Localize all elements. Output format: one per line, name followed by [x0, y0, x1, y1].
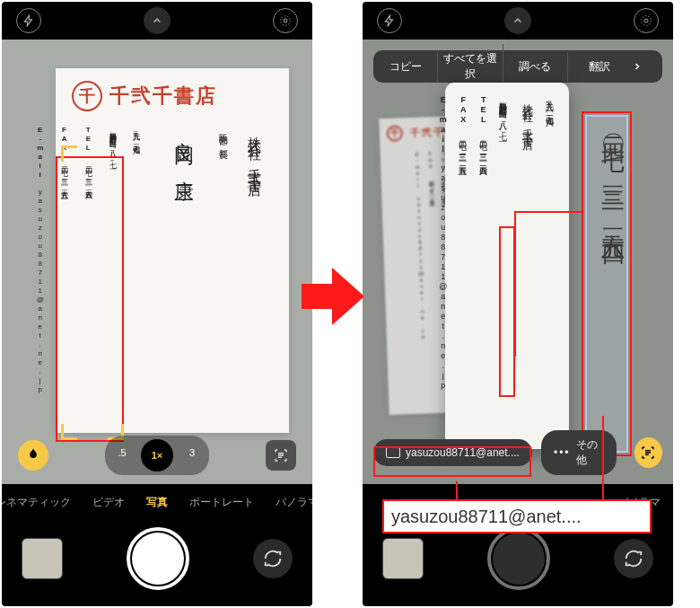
livetext-corner-icon: [61, 145, 77, 162]
more-icon: •••: [554, 446, 571, 459]
mode-photo[interactable]: 写真: [146, 495, 168, 510]
zoom-wide[interactable]: .5: [109, 439, 136, 466]
mode-portrait[interactable]: ポートレート: [189, 495, 254, 510]
live-photo-icon[interactable]: [634, 8, 659, 33]
mode-cinematic[interactable]: シネマティック: [2, 495, 71, 510]
camera-flip-icon[interactable]: [253, 539, 293, 578]
zoom-selector[interactable]: .5 1× 3: [105, 436, 209, 475]
viewfinder[interactable]: 千 千弐千書店 株式会社 千弐千書店 販売部 部長 良岡 康三 〒九六三−三七七…: [2, 40, 312, 484]
last-photo-thumbnail[interactable]: [382, 538, 424, 579]
card-fax: FAX 〇二四七−三三−三六五五: [57, 126, 69, 395]
live-photo-icon[interactable]: [273, 8, 298, 33]
annotation-line: [514, 211, 516, 357]
svg-point-1: [281, 16, 291, 26]
mode-pano[interactable]: パノラマ: [276, 495, 312, 510]
last-photo-thumbnail[interactable]: [22, 538, 63, 579]
expand-controls-icon[interactable]: [504, 7, 531, 34]
card-email: E-mail yasuzou88711@anet.ne.jp: [33, 126, 45, 395]
card-title: 販売部 部長: [214, 126, 231, 395]
popup-postal: 〒九六三−三七七四八: [544, 95, 556, 436]
action-lookup[interactable]: 調べる: [503, 52, 568, 82]
mode-video[interactable]: ビデオ: [92, 495, 125, 510]
action-copy[interactable]: コピー: [373, 52, 438, 82]
email-chip[interactable]: yasuzou88711@anet....: [373, 439, 532, 466]
camera-top-bar: [2, 2, 312, 40]
text-popup: 〒九六三−三七七四八 株式会社 千弐千書店 福島県田村郡三春町山崎 八八−七−一…: [445, 83, 569, 449]
logo-icon: 千: [387, 125, 404, 142]
card-person-name: 良岡 康三: [166, 126, 202, 395]
zoom-tele[interactable]: 3: [179, 439, 206, 466]
annotation-line: [602, 416, 604, 500]
logo-icon: 千: [72, 81, 102, 111]
card-tel: TEL 〇二四七−三三−三六五四: [82, 126, 93, 395]
svg-point-0: [284, 19, 287, 22]
email-chip-text: yasuzou88711@anet....: [406, 446, 520, 459]
selected-phone-big: 〇二四七−三三−三六五四: [585, 115, 628, 453]
camera-flip-icon[interactable]: [614, 539, 653, 578]
flash-icon[interactable]: [16, 8, 41, 33]
annotation-line: [456, 481, 458, 501]
action-more-icon[interactable]: [632, 61, 662, 72]
text-action-menu: コピー すべてを選択 調べる 翻訳: [373, 50, 662, 83]
action-translate[interactable]: 翻訳: [568, 52, 632, 82]
email-overlay: yasuzou88711@anet....: [382, 499, 652, 533]
expand-controls-icon[interactable]: [144, 7, 171, 34]
store-name: 千弐千書店: [109, 83, 217, 110]
popup-address: 福島県田村郡三春町山崎 八八−七−一: [497, 95, 510, 436]
shutter-button[interactable]: [487, 527, 550, 590]
annotation-line: [514, 211, 582, 213]
macro-mode-icon[interactable]: [18, 440, 48, 471]
card-address: 福島県田村郡三春町山崎 八八−七−一: [106, 126, 118, 395]
popup-tel: TEL 〇二四七−三三−三六五四: [477, 95, 489, 436]
popup-fax: FAX 〇二四七−三三−三六五五: [457, 95, 469, 436]
phone-left: 千 千弐千書店 株式会社 千弐千書店 販売部 部長 良岡 康三 〒九六三−三七七…: [2, 2, 312, 606]
live-text-button[interactable]: [634, 437, 662, 468]
shutter-button[interactable]: [127, 527, 189, 590]
camera-top-bar: [363, 2, 673, 40]
camera-modes[interactable]: シネマティック ビデオ 写真 ポートレート パノラマ: [2, 484, 312, 520]
svg-point-3: [642, 16, 652, 26]
business-card: 千 千弐千書店 株式会社 千弐千書店 販売部 部長 良岡 康三 〒九六三−三七七…: [56, 68, 289, 433]
zoom-main[interactable]: 1×: [141, 439, 173, 471]
card-postal: 〒九六三−三七七四八: [130, 126, 142, 395]
other-chip-text: その他: [576, 437, 604, 468]
popup-email: E-mail yasuzou88711@anet.ne.jp: [436, 95, 449, 436]
mail-icon: [386, 447, 400, 458]
live-text-button[interactable]: [266, 440, 296, 471]
card-company: 株式会社 千弐千書店: [243, 126, 267, 395]
viewfinder[interactable]: コピー すべてを選択 調べる 翻訳 千 千弐千書店 株式会社 千弐千書店 福島県…: [363, 40, 673, 484]
popup-company: 株式会社 千弐千書店: [517, 95, 537, 436]
flash-icon[interactable]: [377, 8, 402, 33]
svg-point-2: [644, 19, 648, 22]
other-chip[interactable]: ••• その他: [541, 430, 617, 475]
